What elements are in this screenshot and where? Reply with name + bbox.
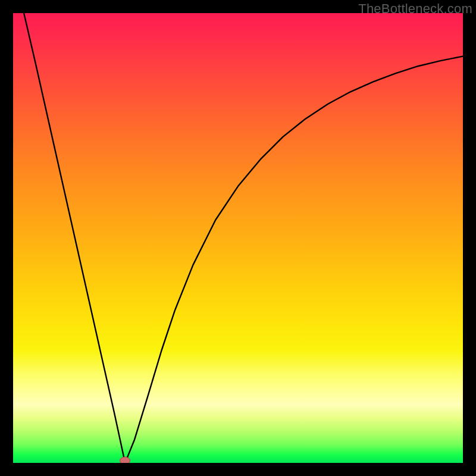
min-point-marker (120, 457, 130, 463)
bottleneck-curve (13, 13, 463, 463)
chart-frame: TheBottleneck.com (0, 0, 476, 476)
plot-area (13, 13, 463, 463)
watermark-text: TheBottleneck.com (358, 1, 472, 17)
